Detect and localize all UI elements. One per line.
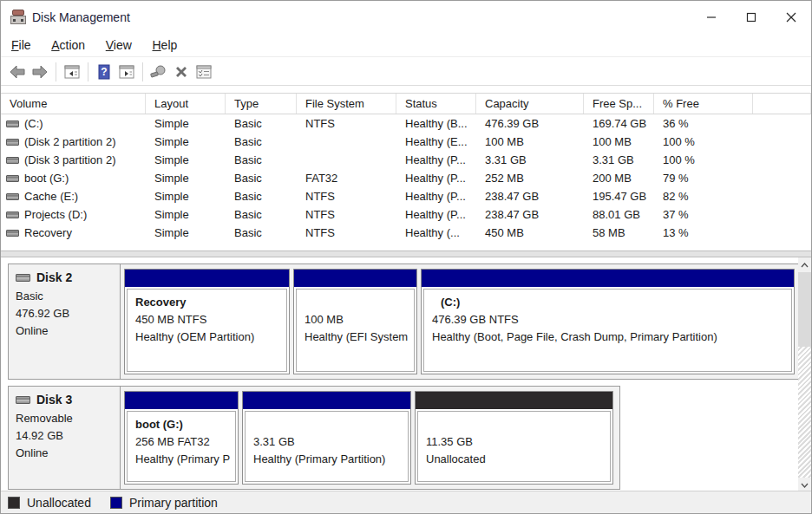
layout-cell: Simple [146,172,226,185]
capacity-cell: 252 MB [476,172,584,185]
status-cell: Healthy (P... [396,190,476,203]
pct-free-cell: 37 % [654,208,753,221]
partition-name: (C:) [432,294,783,311]
svg-text:?: ? [101,66,107,78]
type-cell: Basic [226,153,297,166]
column-header-pct-free[interactable]: % Free [654,94,753,114]
volume-name: Projects (D:) [24,208,87,221]
partition-size: 100 MB [304,311,406,329]
partition-c[interactable]: (C:) 476.39 GB NTFS Healthy (Boot, Page … [421,269,795,374]
partition-name [426,416,602,433]
file-system-cell: NTFS [297,208,396,221]
type-cell: Basic [226,190,297,203]
menu-file[interactable]: File [3,34,40,56]
menu-help[interactable]: Help [143,34,186,56]
partition-status: Healthy (Primary Partition) [253,451,400,468]
close-button[interactable] [771,1,811,34]
table-row[interactable]: (Disk 3 partition 2) Simple Basic Health… [1,151,811,169]
table-row[interactable]: (C:) Simple Basic NTFS Healthy (B... 476… [1,114,811,133]
unallocated-color-swatch [8,497,20,509]
volume-icon [6,175,19,182]
maximize-button[interactable] [731,1,771,34]
menu-view[interactable]: View [97,34,141,56]
type-cell: Basic [226,208,297,221]
toolbar-separator [142,62,143,81]
partition-size: 476.39 GB NTFS [432,311,783,329]
partition-unallocated[interactable]: 11.35 GB Unallocated [415,391,613,485]
disk-status: Online [16,322,113,340]
close-icon [786,12,796,23]
delete-x-icon [173,63,190,81]
partition-status: Healthy (EFI System [304,329,406,346]
chevron-up-icon [801,263,809,268]
partition-disk3-primary[interactable]: 3.31 GB Healthy (Primary Partition) [242,391,411,485]
file-system-cell: NTFS [297,190,396,203]
primary-partition-bar [243,392,410,409]
menu-bar: File Action View Help [1,34,811,57]
scrollbar-thumb[interactable] [798,272,811,347]
volume-name: (C:) [24,117,43,130]
graphical-view-pane: Disk 2 Basic 476.92 GB Online Recovery 4… [1,257,811,492]
menu-action[interactable]: Action [43,34,94,56]
column-header-type[interactable]: Type [226,94,297,114]
forward-button[interactable] [29,61,51,83]
primary-partition-bar [125,270,289,287]
delete-button[interactable] [170,61,193,83]
show-hide-action-pane-button[interactable] [115,61,138,83]
column-header-capacity[interactable]: Capacity [476,94,584,114]
disk-type: Basic [16,288,113,305]
disk-2-partitions: Recovery 450 MB NTFS Healthy (OEM Partit… [121,264,799,380]
partition-recovery[interactable]: Recovery 450 MB NTFS Healthy (OEM Partit… [124,269,290,374]
partition-efi[interactable]: 100 MB Healthy (EFI System [293,269,417,374]
volume-icon [6,230,19,237]
scrollbar-track[interactable] [798,347,811,478]
primary-partition-color-swatch [110,497,122,509]
action-pane-icon [118,63,135,81]
help-button[interactable]: ? [93,61,115,83]
show-hide-console-tree-button[interactable] [61,61,83,83]
table-row[interactable]: (Disk 2 partition 2) Simple Basic Health… [1,133,811,151]
volume-icon [6,157,19,164]
layout-cell: Simple [146,153,226,166]
pane-splitter[interactable] [1,250,811,257]
column-header-layout[interactable]: Layout [146,94,226,114]
disk-management-window: Disk Management File Action View Help [0,0,812,514]
table-row[interactable]: boot (G:) Simple Basic FAT32 Healthy (P.… [1,169,811,187]
column-header-free-space[interactable]: Free Sp... [584,94,654,114]
layout-cell: Simple [146,226,226,239]
volume-icon [6,193,19,200]
capacity-cell: 476.39 GB [476,117,584,130]
type-cell: Basic [226,135,297,148]
file-system-cell: NTFS [297,226,396,239]
volume-name: (Disk 2 partition 2) [24,135,115,148]
column-header-status[interactable]: Status [396,94,476,114]
back-button[interactable] [6,61,29,83]
table-row[interactable]: Projects (D:) Simple Basic NTFS Healthy … [1,205,811,224]
file-system-cell: FAT32 [297,172,396,185]
toolbar: ? [1,58,811,86]
column-header-volume[interactable]: Volume [1,94,146,114]
disk-3-info[interactable]: Disk 3 Removable 14.92 GB Online [8,386,121,490]
minimize-button[interactable] [691,1,731,34]
pct-free-cell: 82 % [654,190,753,203]
status-cell: Healthy (E... [396,135,476,148]
layout-cell: Simple [146,117,226,130]
pct-free-cell: 79 % [654,172,753,185]
chevron-down-icon [801,483,809,488]
disk-name: Disk 2 [36,270,72,284]
back-arrow-icon [9,63,26,81]
table-row[interactable]: Recovery Simple Basic NTFS Healthy (... … [1,224,811,242]
free-space-cell: 169.74 GB [584,117,654,130]
properties-button[interactable] [193,61,215,83]
table-row[interactable]: Cache (E:) Simple Basic NTFS Healthy (P.… [1,187,811,205]
scroll-up-button[interactable] [798,257,811,272]
disk-size: 14.92 GB [16,427,113,445]
rescan-button[interactable] [147,61,170,83]
vertical-scrollbar[interactable] [798,257,811,492]
disk-2-info[interactable]: Disk 2 Basic 476.92 GB Online [8,264,121,380]
legend-label: Unallocated [27,496,91,510]
column-header-file-system[interactable]: File System [297,94,396,114]
type-cell: Basic [226,226,297,239]
partition-boot-g[interactable]: boot (G:) 256 MB FAT32 Healthy (Primary … [124,391,239,485]
primary-partition-bar [294,270,416,287]
